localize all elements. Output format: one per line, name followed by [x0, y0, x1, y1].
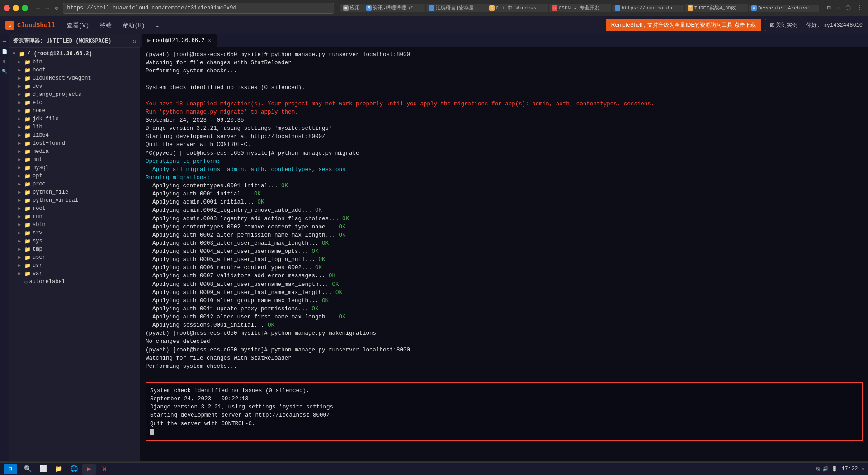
usr-label: usr: [33, 262, 42, 269]
tree-item-lib64[interactable]: ► 📁 lib64: [9, 131, 140, 139]
sbin-folder-icon: 📁: [24, 222, 31, 228]
tree-item-tmp[interactable]: ► 📁 tmp: [9, 245, 140, 253]
bookmark-apps[interactable]: ▦ 应用: [340, 4, 363, 12]
var-arrow: ►: [18, 271, 23, 276]
taskbar-app-w[interactable]: W: [98, 464, 111, 475]
bookmark-star-btn[interactable]: ☆: [835, 3, 842, 13]
tree-item-media[interactable]: ► 📁 media: [9, 147, 140, 156]
close-instance-btn[interactable]: ⊠ 关闭实例: [765, 19, 802, 31]
mnt-folder-icon: 📁: [24, 157, 31, 163]
menu-view[interactable]: 查看(V): [62, 19, 94, 31]
forward-btn[interactable]: →: [43, 4, 51, 13]
taskbar-browser[interactable]: 🌐: [67, 464, 80, 475]
srv-label: srv: [33, 230, 42, 236]
sidebar-icon-1[interactable]: ☰: [1, 38, 8, 45]
bookmark-cpp[interactable]: C C++ 中 Windows...: [486, 4, 548, 12]
tree-item-boot[interactable]: ► 📁 boot: [9, 66, 140, 74]
tree-item-jdk[interactable]: ► 📁 jdk_file: [9, 115, 140, 123]
terminal-line-9: ^C(pyweb) [root@hcss-ecs-c650 mysite]# p…: [146, 150, 359, 157]
sidebar-icon-2[interactable]: 📄: [1, 48, 8, 55]
tree-item-root[interactable]: ► 📁 root: [9, 204, 140, 213]
taskbar-system-icons: ⎘ 🔊 🔋: [816, 466, 838, 472]
taskbar-search[interactable]: 🔍: [21, 464, 34, 475]
tree-item-proc[interactable]: ► 📁 proc: [9, 180, 140, 188]
terminal-tab-root[interactable]: ▶ root@121.36.66.2 ✕: [142, 34, 217, 47]
taskbar-taskview[interactable]: ⬜: [36, 464, 50, 475]
menu-btn[interactable]: ⋮: [854, 3, 864, 13]
sound-icon[interactable]: 🔊: [822, 466, 829, 472]
extensions-btn[interactable]: ⊞: [825, 3, 832, 13]
tree-item-dev[interactable]: ► 📁 dev: [9, 82, 140, 90]
terminal-line-34: Watching for file changes with StatReloa…: [146, 355, 292, 361]
tree-item-sbin[interactable]: ► 📁 sbin: [9, 221, 140, 229]
bookmark-three[interactable]: T THREE实战4_3D效...: [685, 4, 748, 12]
tree-item-cloudreset[interactable]: ► 📁 CloudResetPwdAgent: [9, 74, 140, 82]
menu-more[interactable]: …: [151, 20, 164, 30]
sys-label: sys: [33, 238, 42, 244]
menu-terminal[interactable]: 终端: [95, 19, 116, 31]
tree-item-autorelabel[interactable]: ► ⚙ autorelabel: [9, 278, 140, 286]
tree-item-lib[interactable]: ► 📁 lib: [9, 123, 140, 131]
usr-arrow: ►: [18, 263, 23, 268]
back-btn[interactable]: ←: [34, 4, 42, 13]
tree-item-bin[interactable]: ► 📁 bin: [9, 58, 140, 66]
tree-item-home[interactable]: ► 📁 home: [9, 107, 140, 115]
taskbar-explorer[interactable]: 📁: [52, 464, 65, 475]
bookmark-label: C++ 中 Windows...: [496, 5, 546, 11]
start-btn[interactable]: ⊞: [4, 464, 17, 474]
etc-label: etc: [33, 100, 42, 106]
browser-max-btn[interactable]: [22, 5, 28, 11]
bookmark-devcenter[interactable]: W Devcenter Archive...: [749, 5, 819, 12]
tree-item-django[interactable]: ► 📁 django_projects: [9, 90, 140, 99]
bookmark-baidu[interactable]: https://pan.baidu...: [612, 5, 684, 12]
tree-item-mysql[interactable]: ► 📁 mysql: [9, 164, 140, 172]
sidebar-icon-3[interactable]: ⚙: [1, 58, 8, 65]
menu-help[interactable]: 帮助(H): [118, 19, 149, 31]
tree-item-sys[interactable]: ► 📁 sys: [9, 237, 140, 245]
dev-folder-icon: 📁: [24, 84, 31, 90]
tree-item-usr[interactable]: ► 📁 usr: [9, 261, 140, 270]
tree-item-python-file[interactable]: ► 📁 python_file: [9, 188, 140, 196]
browser-close-btn[interactable]: [4, 5, 10, 11]
terminal-line-3: Performing system checks...: [146, 68, 237, 74]
bookmark-csdn[interactable]: C CSDN - 专业开发...: [549, 4, 611, 12]
profile-btn[interactable]: ⬡: [844, 3, 853, 13]
user-arrow: ►: [18, 255, 23, 260]
browser-min-btn[interactable]: [13, 5, 19, 11]
tree-item-python-virtual[interactable]: ► 📁 python_virtual: [9, 196, 140, 204]
terminal-line-28: Applying auth.0011_update_proxy_permissi…: [146, 306, 319, 312]
network-icon[interactable]: ⎘: [816, 466, 820, 472]
lib-folder-icon: 📁: [24, 124, 31, 130]
file-tree-title: 资源管理器: UNTITLED (WORKSPACE): [13, 37, 111, 45]
usr-folder-icon: 📁: [24, 263, 31, 269]
terminal-content[interactable]: (pyweb) [root@hcss-ecs-c650 mysite]# pyt…: [140, 47, 868, 461]
tree-item-mnt[interactable]: ► 📁 mnt: [9, 156, 140, 164]
terminal-panel: ▶ root@121.36.66.2 ✕ (pyweb) [root@hcss-…: [140, 34, 868, 461]
root-dir-folder-icon: 📁: [24, 206, 31, 212]
tree-item-user[interactable]: ► 📁 user: [9, 253, 140, 261]
terminal-tab-close-btn[interactable]: ✕: [208, 38, 211, 43]
python-virtual-arrow: ►: [18, 198, 23, 203]
taskbar-terminal[interactable]: ▶: [82, 464, 96, 475]
tree-item-var[interactable]: ► 📁 var: [9, 270, 140, 278]
tree-item-run[interactable]: ► 📁 run: [9, 213, 140, 221]
file-tree-refresh-btn[interactable]: ↻: [132, 38, 136, 45]
bookmark-bilibili[interactable]: B 资讯·哔哩哔哩（"...: [363, 4, 425, 12]
refresh-btn[interactable]: ↻: [53, 3, 60, 13]
battery-icon[interactable]: 🔋: [831, 466, 838, 472]
tree-item-lost[interactable]: ► 📁 lost+found: [9, 139, 140, 147]
tree-item-etc[interactable]: ► 📁 etc: [9, 99, 140, 107]
sidebar-icons: ☰ 📄 ⚙ 🔍: [0, 34, 9, 461]
tree-item-opt[interactable]: ► 📁 opt: [9, 172, 140, 180]
tree-root[interactable]: ▼ 📁 / (root@121.36.66.2): [9, 50, 140, 58]
tree-item-srv[interactable]: ► 📁 srv: [9, 229, 140, 237]
run-label: run: [33, 214, 42, 220]
remote-shell-upgrade-btn[interactable]: RemoteShell，支持升级为全量IDE的资源访问工具 点击下载: [606, 19, 761, 31]
opt-label: opt: [33, 173, 42, 179]
run-folder-icon: 📁: [24, 214, 31, 220]
root-dir-arrow: ►: [18, 206, 23, 211]
url-bar[interactable]: https://shell.huaweicloud.com/remote/t3i…: [63, 3, 334, 14]
bookmark-asm[interactable]: 汇编语言|宏存量...: [426, 4, 485, 12]
sidebar-icon-4[interactable]: 🔍: [1, 68, 8, 75]
terminal-line-32: No changes detected: [146, 338, 210, 345]
